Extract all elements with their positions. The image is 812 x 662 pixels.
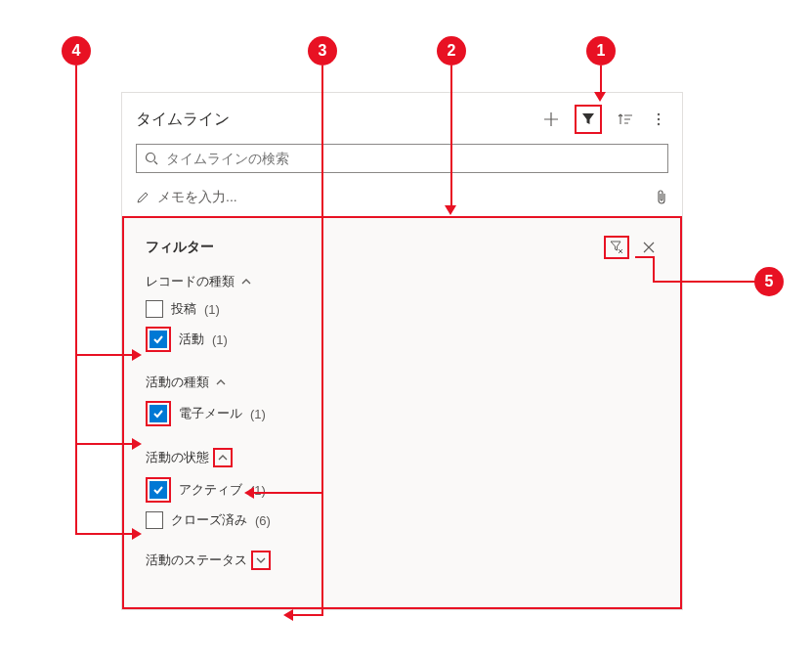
item-label: 投稿 [171, 300, 196, 318]
search-box[interactable] [136, 144, 668, 173]
item-label: 活動 [179, 331, 204, 348]
checkbox[interactable] [150, 331, 167, 348]
funnel-clear-icon [609, 240, 624, 255]
filter-item-closed[interactable]: クローズ済み (6) [146, 511, 659, 529]
section-label: 活動の種類 [146, 374, 209, 391]
memo-placeholder: メモを入力... [157, 189, 237, 206]
timeline-header-actions [541, 105, 668, 134]
filter-item-activity[interactable]: 活動 (1) [146, 327, 659, 352]
filter-item-email[interactable]: 電子メール (1) [146, 401, 659, 426]
funnel-icon [581, 112, 595, 126]
clear-filter-button[interactable] [604, 236, 629, 259]
item-label: アクティブ [179, 481, 242, 499]
item-label: 電子メール [179, 405, 242, 422]
close-icon [642, 241, 656, 254]
memo-row[interactable]: メモを入力... [136, 183, 668, 216]
filter-header: フィルター [146, 236, 659, 259]
svg-point-2 [658, 123, 660, 125]
add-button[interactable] [541, 110, 561, 129]
close-filter-button[interactable] [639, 238, 659, 257]
chevron-up-icon [213, 375, 229, 390]
section-activity-type[interactable]: 活動の種類 [146, 374, 659, 391]
chevron-down-icon [251, 551, 271, 570]
search-input[interactable] [164, 150, 660, 167]
more-button[interactable] [649, 110, 668, 129]
section-activity-status[interactable]: 活動のステータス [146, 551, 659, 570]
section-label: レコードの種類 [146, 273, 235, 290]
sort-button[interactable] [616, 110, 635, 129]
plus-icon [543, 111, 559, 127]
callout-5: 5 [754, 267, 784, 296]
chevron-up-icon [213, 448, 233, 467]
item-count: (6) [255, 513, 271, 528]
checkbox[interactable] [146, 511, 163, 529]
filter-item-active[interactable]: アクティブ (1) [146, 477, 659, 503]
pencil-icon [136, 191, 150, 204]
callout-2: 2 [437, 36, 466, 66]
filter-button[interactable] [575, 105, 602, 134]
item-label: クローズ済み [171, 511, 247, 529]
timeline-panel: タイムライン メモを入力... フィルター [121, 92, 683, 610]
chevron-up-icon [238, 274, 254, 289]
section-label: 活動の状態 [146, 449, 209, 466]
more-vertical-icon [651, 111, 666, 127]
attachment-icon [655, 190, 668, 205]
svg-point-1 [658, 118, 660, 120]
section-label: 活動のステータス [146, 552, 247, 569]
section-activity-state[interactable]: 活動の状態 [146, 448, 659, 467]
checkbox[interactable] [150, 405, 167, 422]
timeline-header: タイムライン [136, 105, 668, 134]
sort-icon [618, 111, 633, 127]
checkbox[interactable] [150, 481, 167, 499]
search-icon [145, 152, 158, 165]
item-count: (1) [212, 332, 228, 347]
callout-3: 3 [308, 36, 337, 66]
callout-4: 4 [62, 36, 91, 66]
item-count: (1) [250, 407, 266, 421]
filter-title: フィルター [146, 239, 214, 256]
svg-point-0 [658, 113, 660, 115]
timeline-title: タイムライン [136, 110, 230, 130]
svg-point-3 [147, 154, 155, 162]
section-record-type[interactable]: レコードの種類 [146, 273, 659, 290]
filter-panel: フィルター レコードの種類 投稿 (1) 活動 ( [122, 216, 682, 609]
item-count: (1) [204, 302, 220, 317]
filter-item-post[interactable]: 投稿 (1) [146, 300, 659, 318]
checkbox[interactable] [146, 300, 163, 318]
callout-1: 1 [586, 36, 616, 66]
